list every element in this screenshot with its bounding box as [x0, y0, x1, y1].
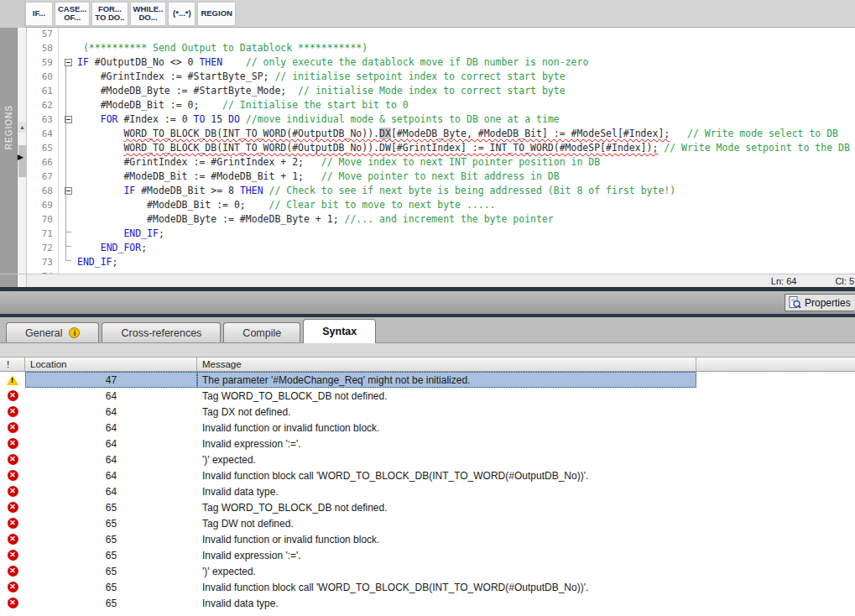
severity-cell	[0, 420, 25, 436]
tab-syntax[interactable]: Syntax	[303, 319, 376, 343]
editor-left-scrollbar[interactable]: ▲ ▶	[17, 28, 27, 274]
code-line-62[interactable]: 62 #ModeDB_Bit := 0; // Initialise the s…	[27, 98, 855, 112]
tab-label: General	[25, 327, 62, 339]
regions-label: REGIONS	[4, 105, 13, 196]
toolbar-button-label: OF...	[64, 13, 81, 22]
message-cell: ')' expected.	[197, 452, 696, 467]
scrollbar-up-icon[interactable]: ▲	[18, 122, 26, 133]
tab-label: Syntax	[322, 326, 357, 337]
regions-side-tab[interactable]: REGIONS	[0, 28, 17, 274]
table-row[interactable]: 64Invalid expression ':='.	[0, 436, 855, 452]
table-row[interactable]: 64Invalid function or invalid function b…	[0, 420, 855, 436]
code-text: END_IF;	[77, 255, 117, 269]
code-line-70[interactable]: 70 #ModeDB_Byte := #ModeDB_Byte + 1; //.…	[27, 212, 855, 227]
code-token	[670, 128, 687, 139]
code-token: WORD_TO_BLOCK_DB(INT_TO_WORD(#OutputDB_N…	[123, 142, 658, 154]
column-header-location[interactable]: Location	[25, 358, 197, 371]
location-cell: 64	[25, 388, 197, 404]
code-line-60[interactable]: 60 #GrintIndex := #StartByte_SP; // init…	[27, 70, 855, 84]
table-row[interactable]: 64Tag DX not defined.	[0, 404, 855, 420]
fold-collapse-icon[interactable]	[65, 59, 72, 66]
code-token: // initialise setpoint index to correct …	[274, 70, 565, 82]
code-line-71[interactable]: 71 END_IF;	[27, 227, 855, 241]
toolbar-button-for-to-do[interactable]: FOR...TO DO..	[91, 2, 128, 26]
line-number: 71	[27, 227, 59, 241]
table-row[interactable]: 64')' expected.	[0, 452, 855, 467]
severity-cell	[0, 372, 25, 388]
message-cell: Invalid function block call 'WORD_TO_BLO…	[197, 467, 696, 483]
line-number: 70	[27, 212, 59, 227]
tab-general[interactable]: Generali	[6, 322, 99, 342]
code-line-58[interactable]: 58 (********** Send Output to Datablock …	[27, 41, 855, 55]
toolbar-button-while-do[interactable]: WHILE..DO...	[130, 2, 167, 26]
severity-cell	[0, 467, 25, 483]
error-icon	[8, 486, 18, 497]
row-spacer	[696, 404, 855, 420]
table-row[interactable]: 65Tag DW not defined.	[0, 515, 855, 531]
current-line-marker-icon: ▶	[18, 154, 23, 161]
table-row[interactable]: 64Invalid function block call 'WORD_TO_B…	[0, 467, 855, 483]
code-token: // Move index to next INT pointer positi…	[321, 156, 600, 168]
code-line-69[interactable]: 69 #ModeDB_Bit := 0; // Clear bit to mov…	[27, 198, 855, 212]
table-row[interactable]: 65Invalid function block call 'WORD_TO_B…	[0, 579, 855, 595]
table-row[interactable]: 65Invalid data type.	[0, 595, 855, 611]
severity-cell	[0, 404, 25, 420]
code-line-65[interactable]: 65 WORD_TO_BLOCK_DB(INT_TO_WORD(#OutputD…	[27, 141, 855, 155]
toolbar-button-if[interactable]: IF...	[25, 2, 53, 26]
row-spacer	[696, 531, 855, 547]
location-cell: 65	[25, 547, 197, 563]
toolbar-button-region[interactable]: REGION	[197, 2, 235, 26]
toolbar-button-comment[interactable]: (*...*)	[168, 2, 196, 26]
code-line-64[interactable]: 64 WORD_TO_BLOCK_DB(INT_TO_WORD(#OutputD…	[27, 127, 855, 141]
code-token: 15	[205, 113, 228, 125]
code-line-66[interactable]: 66 #GrintIndex := #GrintIndex + 2; // Mo…	[27, 155, 855, 170]
toolbar-button-label: TO DO..	[95, 13, 124, 22]
code-token: // only execute the datablock move if DB…	[246, 56, 589, 68]
code-token	[77, 128, 123, 139]
scrollbar-thumb[interactable]	[18, 145, 26, 177]
table-row[interactable]: 65Invalid function or invalid function b…	[0, 531, 855, 547]
code-line-67[interactable]: 67 #ModeDB_Bit := #ModeDB_Bit + 1; // Mo…	[27, 170, 855, 184]
code-line-61[interactable]: 61 #ModeDB_Byte := #StartByte_Mode; // i…	[27, 84, 855, 98]
line-number: 69	[27, 198, 59, 212]
severity-cell	[0, 515, 25, 531]
tab-cross-references[interactable]: Cross-references	[102, 322, 221, 342]
code-token	[77, 113, 101, 125]
table-row[interactable]: 64Tag WORD_TO_BLOCK_DB not defined.	[0, 388, 855, 404]
line-number: 66	[27, 155, 59, 170]
line-number: 72	[27, 241, 59, 255]
line-number: 63	[27, 112, 59, 127]
row-spacer	[696, 515, 855, 531]
message-cell: Tag DX not defined.	[197, 404, 696, 420]
location-cell: 64	[25, 436, 197, 452]
table-row[interactable]: 64Invalid data type.	[0, 483, 855, 499]
code-line-63[interactable]: 63 FOR #Index := 0 TO 15 DO //move indiv…	[27, 112, 855, 127]
column-header-message[interactable]: Message	[197, 358, 696, 371]
code-line-72[interactable]: 72 END_FOR;	[27, 241, 855, 255]
table-row[interactable]: 47The parameter '#ModeChange_Req' might …	[0, 372, 855, 388]
location-cell: 65	[25, 563, 197, 579]
fold-margin	[59, 41, 77, 55]
code-token: // Check to see if next byte is being ad…	[269, 185, 676, 196]
code-text: #ModeDB_Bit := #ModeDB_Bit + 1; // Move …	[77, 170, 560, 184]
scl-code-editor[interactable]: 5758 (********** Send Output to Databloc…	[27, 28, 855, 274]
code-line-57[interactable]: 57	[27, 28, 855, 41]
code-line-73[interactable]: 73END_IF;	[27, 255, 855, 269]
table-row[interactable]: 65Tag WORD_TO_BLOCK_DB not defined.	[0, 499, 855, 515]
table-row[interactable]: 65')' expected.	[0, 563, 855, 579]
toolbar-button-label: IF...	[33, 9, 45, 18]
code-text: IF #OutputDB_No <> 0 THEN // only execut…	[77, 55, 588, 70]
table-row[interactable]: 65Invalid expression ':='.	[0, 547, 855, 563]
code-line-59[interactable]: 59IF #OutputDB_No <> 0 THEN // only exec…	[27, 55, 855, 70]
code-token: THEN	[240, 185, 263, 196]
tab-compile[interactable]: Compile	[223, 322, 300, 342]
code-line-68[interactable]: 68 IF #ModeDB_Bit >= 8 THEN // Check to …	[27, 184, 855, 198]
row-spacer	[696, 579, 855, 595]
line-number: 61	[27, 84, 59, 98]
column-header-severity[interactable]: !	[0, 358, 25, 371]
code-token: // Clear bit to move to next byte .....	[268, 199, 495, 211]
message-cell: Invalid function block call 'WORD_TO_BLO…	[197, 579, 696, 595]
properties-panel-button[interactable]: Properties	[785, 294, 855, 311]
toolbar-button-case-of[interactable]: CASE...OF...	[55, 2, 90, 26]
code-token: // initialise Mode index to correct star…	[298, 85, 566, 97]
